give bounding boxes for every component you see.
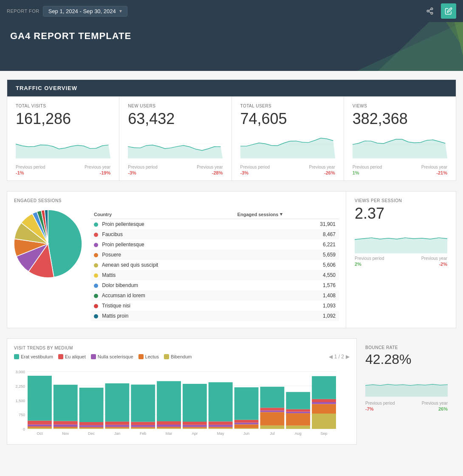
- country-cell: Mattis proin: [90, 311, 234, 321]
- prev-year-label-1: Previous year: [197, 165, 223, 169]
- legend-item: Erat vestibulum: [14, 354, 53, 359]
- bar-segment: [209, 428, 233, 429]
- bounce-rate-changes: -7% 26%: [365, 406, 448, 411]
- engaged-sessions-inner: Country Engaged sessions ▾: [7, 203, 346, 328]
- svg-point-1: [427, 10, 429, 12]
- color-dot: [94, 314, 98, 318]
- next-page-button[interactable]: ▶: [346, 354, 350, 360]
- bar-segment: [131, 428, 155, 429]
- bar-segment: [79, 425, 104, 427]
- y-label: 3,000: [15, 370, 25, 374]
- prev-period-label-0: Previous period: [16, 165, 45, 169]
- country-cell: Posuere: [90, 250, 234, 260]
- table-row: Proin pellentesque 31,901: [90, 219, 339, 230]
- bar-segment: [28, 376, 52, 421]
- country-cell: Mattis: [90, 270, 234, 280]
- stat-card-3: VIEWS 382,368 Previous period Previous y…: [344, 97, 456, 180]
- bar-segment: [105, 422, 130, 425]
- x-label: Mar: [166, 431, 172, 436]
- svg-point-2: [431, 12, 433, 14]
- stat-value-0: 161,286: [16, 110, 110, 128]
- color-dot: [94, 243, 98, 247]
- stat-label-1: NEW USERS: [128, 104, 223, 108]
- sort-button[interactable]: Engaged sessions ▾: [237, 211, 336, 217]
- main-content: TRAFFIC OVERVIEW TOTAL VISITS 161,286 Pr…: [0, 71, 463, 463]
- bar-segment: [183, 384, 207, 422]
- bar-segment: [28, 426, 52, 428]
- x-label: Jul: [270, 431, 275, 436]
- prev-year-change-2: -26%: [324, 170, 335, 175]
- views-per-session-changes: 2% -2%: [355, 262, 447, 267]
- date-range-selector[interactable]: Sep 1, 2024 - Sep 30, 2024 ▾: [43, 6, 127, 17]
- bar-segment: [131, 385, 155, 422]
- svg-marker-17: [355, 238, 447, 253]
- table-row: Posuere 5,659: [90, 250, 339, 260]
- value-cell: 5,606: [234, 260, 339, 270]
- vps-prev-period-label: Previous period: [355, 256, 384, 261]
- engaged-sessions-col-header[interactable]: Engaged sessions ▾: [234, 210, 339, 219]
- bar-segment: [54, 428, 78, 429]
- br-prev-period-label: Previous period: [365, 401, 395, 406]
- bar-segment: [157, 425, 181, 427]
- prev-period-change-1: -3%: [128, 170, 136, 175]
- br-prev-year-change: 26%: [438, 406, 448, 411]
- bottom-row: VISIT TRENDS BY MEDIUM Erat vestibulumEu…: [7, 338, 456, 445]
- bounce-rate-value: 42.28%: [365, 352, 448, 367]
- bounce-rate-footer: Previous period Previous year: [365, 401, 448, 406]
- color-dot: [94, 253, 98, 257]
- bar-segment: [286, 425, 310, 429]
- bar-segment: [234, 424, 259, 428]
- share-button[interactable]: [422, 3, 438, 19]
- prev-year-change-3: -21%: [436, 170, 447, 175]
- bar-segment: [157, 381, 181, 421]
- x-label: Aug: [295, 431, 302, 436]
- country-cell: Dolor bibendum: [90, 280, 234, 290]
- x-label: Nov: [62, 431, 69, 436]
- bar-segment: [157, 421, 181, 425]
- legend-dot: [14, 354, 19, 359]
- bar-segment: [209, 421, 233, 425]
- prev-year-label-3: Previous year: [421, 165, 447, 169]
- color-dot: [94, 304, 98, 308]
- stat-card-1: NEW USERS 63,432 Previous period Previou…: [119, 97, 232, 180]
- legend-item: Bibendum: [164, 354, 192, 359]
- prev-period-label-3: Previous period: [353, 165, 382, 169]
- date-range-text: Sep 1, 2024 - Sep 30, 2024: [48, 8, 116, 14]
- bar-segment: [79, 388, 104, 422]
- table-row: Faucibus 8,467: [90, 229, 339, 239]
- bar-segment: [105, 427, 130, 428]
- svg-marker-16: [353, 139, 447, 158]
- stat-label-2: TOTAL USERS: [240, 104, 335, 108]
- legend-label: Nulla scelerisque: [98, 354, 133, 359]
- table-row: Proin pellentesque 6,221: [90, 239, 339, 250]
- views-per-session-value: 2.37: [355, 205, 447, 223]
- legend-label: Erat vestibulum: [21, 354, 53, 359]
- bar-segment: [131, 427, 155, 428]
- country-cell: Tristique nisi: [90, 301, 234, 311]
- bar-segment: [234, 428, 259, 429]
- prev-year-label-2: Previous year: [309, 165, 335, 169]
- stat-label-3: VIEWS: [353, 104, 447, 108]
- bounce-rate-chart: [365, 371, 448, 398]
- bar-segment: [312, 399, 336, 402]
- color-dot: [94, 273, 98, 278]
- bar-segment: [183, 428, 207, 429]
- bar-segment: [28, 425, 52, 427]
- pie-chart: [14, 210, 82, 278]
- sparkline-0: [16, 131, 110, 159]
- views-per-session-chart: [355, 226, 447, 253]
- legend-item: Eu aliquet: [58, 354, 86, 359]
- bar-segment: [209, 425, 233, 427]
- bar-segment: [183, 425, 207, 427]
- stat-card-2: TOTAL USERS 74,605 Previous period Previ…: [232, 97, 344, 180]
- value-cell: 1,092: [234, 311, 339, 321]
- y-label: 0: [23, 427, 25, 431]
- bar-segment: [54, 427, 78, 428]
- prev-page-button[interactable]: ◀: [329, 354, 333, 360]
- bar-segment: [105, 428, 130, 429]
- bar-segment: [79, 428, 104, 429]
- edit-button[interactable]: [441, 3, 456, 19]
- top-bar: REPORT FOR Sep 1, 2024 - Sep 30, 2024 ▾: [0, 0, 463, 22]
- sparkline-3: [353, 131, 447, 159]
- country-cell: Proin pellentesque: [90, 219, 234, 230]
